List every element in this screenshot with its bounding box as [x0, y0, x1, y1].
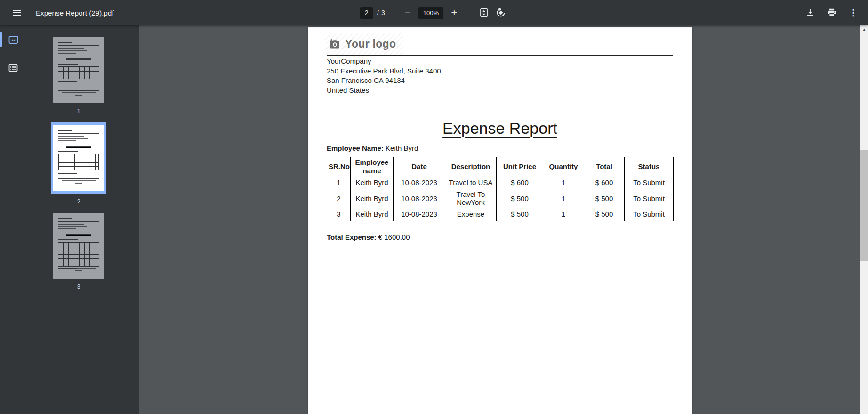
header-cell: Description	[445, 157, 497, 176]
zoom-level: 100%	[418, 7, 443, 19]
total-expense-label: Total Expense:	[327, 233, 377, 241]
table-row: 1 Keith Byrd 10-08-2023 Travel to USA $ …	[327, 176, 674, 189]
document-title: Expense Report (29).pdf	[36, 9, 114, 17]
cell: $ 500	[584, 208, 625, 221]
camera-icon	[329, 39, 340, 49]
cell: 1	[543, 189, 584, 208]
toolbar-divider	[469, 8, 469, 17]
sidebar-rail	[0, 25, 26, 414]
company-address: YourCompany 250 Executive Park Blvd, Sui…	[327, 57, 441, 95]
thumbnail-image	[53, 37, 104, 103]
content-area: 1	[0, 25, 868, 414]
report-title: Expense Report	[327, 119, 673, 138]
employee-name-value: Keith Byrd	[386, 144, 418, 152]
cell: Travel To NewYork	[445, 189, 497, 208]
thumbnail-page-2-selected[interactable]: 2	[51, 122, 106, 205]
fit-to-page-icon[interactable]	[477, 6, 491, 20]
cell: $ 600	[584, 176, 625, 189]
cell: 1	[543, 208, 584, 221]
thumbnail-label: 1	[77, 107, 80, 114]
employee-name-line: Employee Name: Keith Byrd	[327, 144, 418, 152]
thumbnail-label: 3	[77, 283, 80, 290]
cell: To Submit	[625, 176, 674, 189]
cell: 10-08-2023	[394, 189, 445, 208]
header-cell: Quantity	[543, 157, 584, 176]
cell: 3	[327, 208, 351, 221]
cell: 1	[327, 176, 351, 189]
header-cell: SR.No	[327, 157, 351, 176]
thumbnail-page-1[interactable]: 1	[53, 37, 104, 114]
header-cell: Employee name	[351, 157, 394, 176]
more-options-icon[interactable]: ⋮	[846, 6, 860, 20]
zoom-out-icon[interactable]: −	[401, 6, 415, 20]
address-line: San Francisco CA 94134	[327, 76, 441, 86]
total-expense-line: Total Expense: € 1600.00	[327, 233, 410, 241]
thumbnail-page-3[interactable]: 3	[53, 213, 104, 290]
toolbar-right: ⋮	[803, 6, 868, 20]
company-logo: Your logo	[325, 33, 403, 55]
active-view-indicator	[0, 32, 2, 47]
address-line: 250 Executive Park Blvd, Suite 3400	[327, 66, 441, 76]
pdf-viewer-app: Expense Report (29).pdf / 3 − 100% +	[0, 0, 868, 414]
cell: 10-08-2023	[394, 176, 445, 189]
cell: To Submit	[625, 208, 674, 221]
cell: Keith Byrd	[351, 208, 394, 221]
cell: 10-08-2023	[394, 208, 445, 221]
total-expense-value: € 1600.00	[378, 233, 410, 241]
cell: 2	[327, 189, 351, 208]
expense-table: SR.No Employee name Date Description Uni…	[327, 157, 674, 221]
vertical-scrollbar[interactable]: ▲	[860, 25, 868, 414]
zoom-in-icon[interactable]: +	[447, 6, 461, 20]
company-name: YourCompany	[327, 57, 441, 66]
logo-text: Your logo	[345, 38, 396, 50]
toolbar: Expense Report (29).pdf / 3 − 100% +	[0, 0, 868, 25]
pdf-page-2: Your logo YourCompany 250 Executive Park…	[308, 27, 692, 414]
header-cell: Status	[625, 157, 674, 176]
header-divider	[327, 55, 673, 56]
toolbar-left: Expense Report (29).pdf	[0, 4, 114, 21]
pdf-viewport: Your logo YourCompany 250 Executive Park…	[139, 25, 868, 414]
page-separator: /	[377, 9, 379, 16]
outline-view-icon[interactable]	[0, 57, 26, 78]
header-cell: Date	[394, 157, 445, 176]
toolbar-divider	[393, 8, 393, 17]
table-row: 2 Keith Byrd 10-08-2023 Travel To NewYor…	[327, 189, 674, 208]
header-cell: Unit Price	[497, 157, 543, 176]
table-row: 3 Keith Byrd 10-08-2023 Expense $ 500 1 …	[327, 208, 674, 221]
menu-icon[interactable]	[8, 4, 25, 21]
toolbar-center: / 3 − 100% +	[360, 0, 508, 25]
cell: $ 500	[584, 189, 625, 208]
thumbnail-image	[53, 125, 104, 191]
page-number-input[interactable]	[360, 7, 373, 19]
thumbnails-view-icon[interactable]	[0, 29, 26, 50]
cell: $ 500	[497, 208, 543, 221]
thumbnail-label: 2	[77, 198, 80, 205]
cell: $ 500	[497, 189, 543, 208]
sidebar: 1	[0, 25, 139, 414]
thumbnail-image	[53, 213, 104, 279]
header-cell: Total	[584, 157, 625, 176]
scrollbar-thumb[interactable]	[860, 150, 868, 261]
download-icon[interactable]	[803, 6, 817, 20]
cell: Keith Byrd	[351, 176, 394, 189]
cell: $ 600	[497, 176, 543, 189]
cell: Travel to USA	[445, 176, 497, 189]
page-count: 3	[381, 9, 385, 16]
selected-thumbnail-border	[51, 122, 106, 194]
scroll-up-arrow[interactable]: ▲	[860, 25, 868, 33]
address-line: United States	[327, 86, 441, 96]
print-icon[interactable]	[825, 6, 839, 20]
employee-name-label: Employee Name:	[327, 144, 384, 152]
cell: 1	[543, 176, 584, 189]
cell: Expense	[445, 208, 497, 221]
thumbnail-list: 1	[26, 25, 139, 414]
rotate-icon[interactable]	[494, 6, 508, 20]
table-header-row: SR.No Employee name Date Description Uni…	[327, 157, 674, 176]
cell: Keith Byrd	[351, 189, 394, 208]
cell: To Submit	[625, 189, 674, 208]
